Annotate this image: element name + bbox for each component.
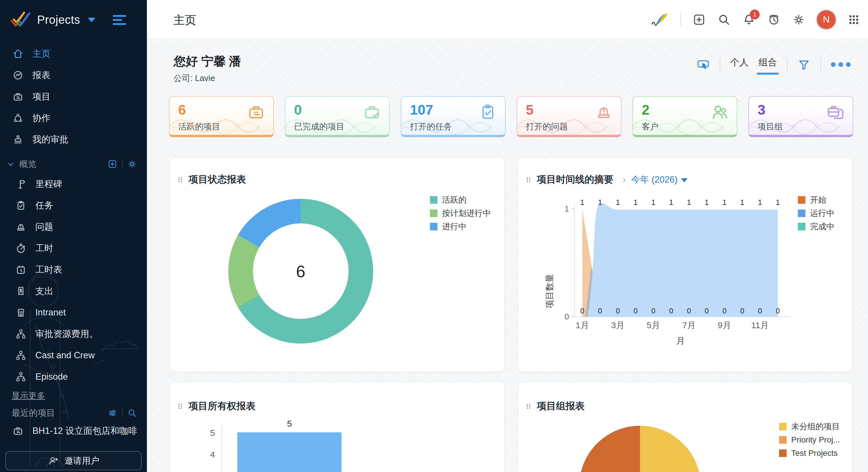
quick-add-button[interactable]	[692, 13, 706, 26]
legend-item[interactable]: Priority Proj...	[779, 436, 840, 444]
search-icon[interactable]	[717, 13, 731, 26]
greeting-text: 您好 宁馨 潘	[174, 53, 241, 69]
legend-item[interactable]: 完成中	[798, 223, 834, 230]
legend-label: 运行中	[810, 208, 834, 219]
zoho-projects-app: Projects 主页 1 N	[0, 0, 868, 472]
bar-value-label: 5	[237, 419, 342, 429]
tab-personal[interactable]: 个人	[730, 56, 749, 73]
donut-legend: 活跃的 按计划进行中 进行中	[430, 196, 491, 230]
card-title: 项目所有权报表	[189, 400, 255, 413]
wave-decoration	[285, 113, 376, 136]
stat-card-clients[interactable]: 2 客户	[632, 96, 737, 137]
apps-grid-icon[interactable]	[847, 13, 861, 26]
project-status-report-card: 项目状态报表 6 活跃的 按计划进行中 进行中	[170, 158, 504, 372]
product-switch-caret-icon[interactable]	[88, 18, 95, 22]
product-name[interactable]: Projects	[37, 13, 80, 26]
svg-text:1: 1	[740, 198, 744, 206]
sidebar-item-label: 项目	[32, 91, 51, 103]
topbar: Projects 主页 1 N	[0, 0, 868, 40]
sidebar-item-tasks[interactable]: 任务	[0, 195, 147, 216]
sidebar-item-collaboration[interactable]: 协作	[0, 107, 147, 129]
ownership-bar[interactable]	[237, 432, 342, 472]
drag-handle-icon[interactable]	[177, 175, 183, 184]
drag-handle-icon[interactable]	[525, 401, 532, 411]
svg-text:1月: 1月	[576, 321, 589, 330]
sidebar-item-milestones[interactable]: 里程碑	[0, 173, 147, 195]
sidebar-item-label: 协作	[32, 112, 51, 124]
sidebar-item-intranet[interactable]: Intranet	[0, 302, 147, 323]
notifications-bell-icon[interactable]: 1	[742, 13, 755, 26]
sidebar-item-cast-and-crew[interactable]: Cast and Crew	[0, 345, 147, 366]
milestone-icon	[15, 178, 27, 190]
add-widget-icon[interactable]	[107, 159, 117, 169]
recent-projects-header: 最近的项目	[0, 404, 147, 422]
legend-label: 完成中	[810, 221, 834, 232]
legend-label: 未分组的项目	[791, 421, 840, 432]
sidebar-toggle-button[interactable]	[113, 15, 126, 25]
briefcase-icon	[12, 425, 24, 437]
tab-portfolio[interactable]: 组合	[758, 56, 777, 73]
sidebar-item-reports[interactable]: 报表	[0, 65, 147, 86]
avatar[interactable]: N	[817, 10, 836, 29]
sidebar-item-issues[interactable]: 问题	[0, 216, 147, 238]
invite-user-button[interactable]: 邀请用户	[5, 451, 142, 470]
expense-icon	[15, 285, 27, 297]
timer-icon	[15, 242, 27, 254]
sidebar-item-label: 任务	[35, 199, 53, 211]
recent-project-item[interactable]: BH1-12 设立面包店和咖啡	[0, 422, 147, 440]
show-more-link[interactable]: 显示更多	[0, 387, 147, 404]
stat-card-open-issues[interactable]: 5 打开的问题	[517, 96, 621, 137]
select-widget-cursor-icon[interactable]	[696, 58, 710, 71]
approval-stamp-icon	[12, 134, 24, 145]
sidebar-item-projects[interactable]: 项目	[0, 86, 147, 107]
sidebar-item-timesheets[interactable]: 工时表	[0, 259, 147, 280]
stat-card-completed-projects[interactable]: 0 已完成的项目	[285, 96, 390, 137]
sidebar-item-expenses[interactable]: 支出	[0, 280, 147, 302]
legend-item[interactable]: 未分组的项目	[779, 423, 840, 430]
wave-decoration	[169, 113, 260, 136]
timeline-area-chart[interactable]: 1 0 1111111111110000000000001月3月5月7月9月11…	[518, 158, 852, 372]
legend-item[interactable]: Test Projects	[779, 449, 840, 457]
legend-item[interactable]: 运行中	[798, 209, 834, 217]
sidebar-item-label: Episode	[35, 372, 68, 382]
briefcase-icon	[12, 91, 24, 102]
overview-settings-gear-icon[interactable]	[127, 159, 137, 169]
svg-text:9月: 9月	[718, 321, 731, 330]
legend-item[interactable]: 开始	[798, 196, 834, 204]
project-group-pie-chart[interactable]	[579, 426, 701, 472]
legend-item[interactable]: 活跃的	[430, 196, 491, 204]
sidebar-section-overview[interactable]: 概览	[0, 155, 147, 173]
drag-handle-icon[interactable]	[177, 401, 183, 411]
svg-text:5月: 5月	[647, 321, 660, 330]
y-tick: 4	[197, 450, 215, 460]
stat-card-project-groups[interactable]: 3 项目组	[748, 96, 853, 137]
stat-card-open-tasks[interactable]: 107 打开的任务	[401, 96, 505, 137]
svg-text:0: 0	[580, 307, 584, 315]
filter-funnel-icon[interactable]	[797, 58, 811, 71]
signature-feather-icon[interactable]	[651, 12, 669, 28]
card-title: 项目状态报表	[189, 173, 246, 186]
sidebar-item-episode[interactable]: Episode	[0, 366, 147, 387]
legend-item[interactable]: 进行中	[430, 223, 491, 230]
sidebar-item-label: 里程碑	[35, 178, 62, 190]
sidebar-item-log-hours[interactable]: 工时	[0, 238, 147, 259]
recent-filter-sliders-icon[interactable]	[107, 408, 117, 418]
project-group-report-card: 项目组报表 未分组的项目 Priority Proj... Test Proje…	[518, 382, 852, 472]
timer-clock-icon[interactable]	[767, 13, 780, 26]
sidebar-item-label: 问题	[35, 221, 53, 233]
sidebar-item-home[interactable]: 主页	[0, 43, 147, 65]
stat-card-active-projects[interactable]: 6 活跃的项目	[169, 96, 274, 137]
svg-text:1: 1	[598, 198, 602, 206]
svg-text:0: 0	[565, 312, 569, 321]
sidebar-item-my-approvals[interactable]: 我的审批	[0, 129, 147, 150]
svg-text:1: 1	[633, 198, 638, 206]
sidebar-item-approve-resource-cost[interactable]: 审批资源费用。	[0, 323, 147, 345]
timeline-legend: 开始 运行中 完成中	[798, 196, 834, 230]
divider	[122, 160, 123, 169]
settings-gear-icon[interactable]	[792, 13, 805, 26]
recent-search-icon[interactable]	[127, 408, 137, 418]
recent-projects-label: 最近的项目	[11, 407, 55, 419]
more-options-icon[interactable]	[831, 62, 850, 67]
legend-item[interactable]: 按计划进行中	[430, 209, 491, 217]
invite-user-label: 邀请用户	[65, 455, 99, 467]
